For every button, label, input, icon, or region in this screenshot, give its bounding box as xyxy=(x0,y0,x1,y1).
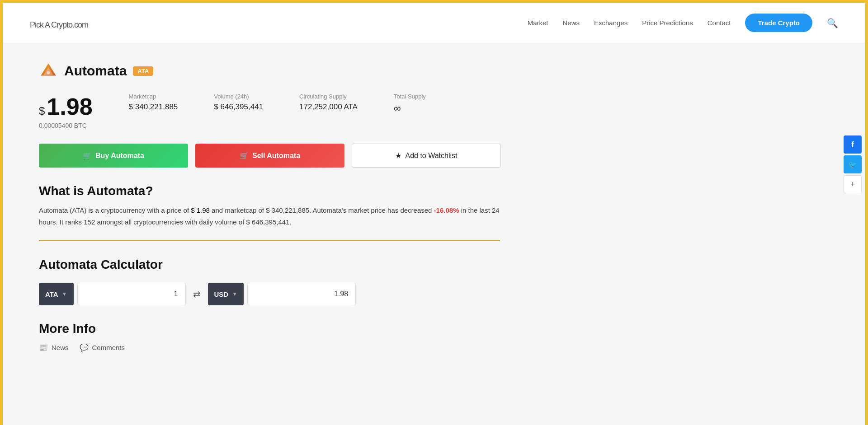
what-is-text-part2: and marketcap of $ 340,221,885. Automata… xyxy=(212,206,432,214)
logo-main: Pick A Crypto xyxy=(30,20,72,29)
section-divider xyxy=(39,240,500,241)
search-icon[interactable]: 🔍 xyxy=(827,18,838,28)
nav-price-predictions[interactable]: Price Predictions xyxy=(642,19,693,27)
price-number: 1.98 xyxy=(47,93,92,120)
supply-block: Circulating Supply 172,252,000 ATA xyxy=(299,93,358,112)
what-is-title: What is Automata? xyxy=(39,184,829,198)
news-tab-icon: 📰 xyxy=(39,343,48,352)
marketcap-symbol: $ xyxy=(129,103,133,111)
sell-button[interactable]: 🛒 Sell Automata xyxy=(195,144,344,168)
coin-logo-icon xyxy=(39,61,58,80)
marketcap-number: 340,221,885 xyxy=(135,103,178,111)
to-currency-label: USD xyxy=(214,290,229,298)
nav-news[interactable]: News xyxy=(562,19,580,27)
cart-icon-sell: 🛒 xyxy=(240,151,249,160)
nav-exchanges[interactable]: Exchanges xyxy=(594,19,627,27)
main-content: Automata ATA $ 1.98 0.00005400 BTC Marke… xyxy=(3,43,865,425)
total-supply-label: Total Supply xyxy=(394,93,426,100)
news-tab-label: News xyxy=(52,344,69,351)
what-is-text: Automata (ATA) is a cryptocurrency with … xyxy=(39,205,500,228)
price-btc: 0.00005400 BTC xyxy=(39,122,93,129)
volume-block: Volume (24h) $ 646,395,441 xyxy=(214,93,263,112)
what-is-change: -16.08% xyxy=(434,206,459,214)
total-supply-value: ∞ xyxy=(394,103,426,114)
volume-number: 646,395,441 xyxy=(221,103,264,111)
header: Pick A Crypto.com Market News Exchanges … xyxy=(3,3,865,43)
from-currency-label: ATA xyxy=(45,290,58,298)
buy-label: Buy Automata xyxy=(95,152,144,160)
supply-label: Circulating Supply xyxy=(299,93,358,100)
social-sidebar: f 🐦 + xyxy=(844,135,862,193)
plus-icon: + xyxy=(850,180,855,189)
svg-point-2 xyxy=(47,71,50,75)
from-amount-input[interactable] xyxy=(77,283,186,305)
to-currency-select[interactable]: USD ▼ xyxy=(208,283,244,305)
from-currency-select[interactable]: ATA ▼ xyxy=(39,283,74,305)
tab-news[interactable]: 📰 News xyxy=(39,343,69,352)
main-nav: Market News Exchanges Price Predictions … xyxy=(528,14,838,32)
price-main-block: $ 1.98 0.00005400 BTC xyxy=(39,93,93,129)
price-value: $ 1.98 xyxy=(39,93,93,120)
facebook-share-button[interactable]: f xyxy=(844,135,862,154)
buy-button[interactable]: 🛒 Buy Automata xyxy=(39,144,188,168)
swap-icon[interactable]: ⇄ xyxy=(189,289,204,299)
what-is-text-part1: Automata (ATA) is a cryptocurrency with … xyxy=(39,206,189,214)
price-row: $ 1.98 0.00005400 BTC Marketcap $ 340,22… xyxy=(39,93,829,129)
volume-label: Volume (24h) xyxy=(214,93,263,100)
supply-value: 172,252,000 ATA xyxy=(299,103,358,112)
nav-market[interactable]: Market xyxy=(528,19,548,27)
marketcap-block: Marketcap $ 340,221,885 xyxy=(129,93,178,112)
watchlist-label: Add to Watchlist xyxy=(405,152,457,160)
nav-contact[interactable]: Contact xyxy=(708,19,731,27)
twitter-icon: 🐦 xyxy=(848,160,857,169)
action-buttons: 🛒 Buy Automata 🛒 Sell Automata ★ Add to … xyxy=(39,144,829,168)
twitter-share-button[interactable]: 🐦 xyxy=(844,155,862,173)
marketcap-value: $ 340,221,885 xyxy=(129,103,178,112)
total-supply-block: Total Supply ∞ xyxy=(394,93,426,114)
what-is-price: $ 1.98 xyxy=(191,206,212,214)
comments-tab-label: Comments xyxy=(92,344,125,351)
coin-header: Automata ATA xyxy=(39,61,829,80)
star-icon: ★ xyxy=(395,151,401,160)
coin-ticker-badge: ATA xyxy=(133,66,153,76)
calculator-title: Automata Calculator xyxy=(39,257,829,272)
trade-crypto-button[interactable]: Trade Crypto xyxy=(745,14,812,32)
coin-name: Automata xyxy=(64,63,127,79)
logo[interactable]: Pick A Crypto.com xyxy=(30,14,88,31)
price-dollar-symbol: $ xyxy=(39,105,45,117)
chevron-down-icon-2: ▼ xyxy=(232,291,237,297)
chevron-down-icon: ▼ xyxy=(62,291,67,297)
volume-symbol: $ xyxy=(214,103,218,111)
facebook-icon: f xyxy=(851,140,854,149)
calculator-row: ATA ▼ ⇄ USD ▼ xyxy=(39,283,829,305)
comments-tab-icon: 💬 xyxy=(80,343,89,352)
marketcap-label: Marketcap xyxy=(129,93,178,100)
tab-comments[interactable]: 💬 Comments xyxy=(80,343,125,352)
logo-suffix: .com xyxy=(72,20,88,29)
sell-label: Sell Automata xyxy=(252,152,300,160)
more-share-button[interactable]: + xyxy=(844,175,862,193)
watchlist-button[interactable]: ★ Add to Watchlist xyxy=(352,144,501,168)
cart-icon-buy: 🛒 xyxy=(83,151,92,160)
to-amount-input[interactable] xyxy=(247,283,356,305)
more-info-title: More Info xyxy=(39,322,829,336)
more-info-tabs: 📰 News 💬 Comments xyxy=(39,343,829,352)
volume-value: $ 646,395,441 xyxy=(214,103,263,112)
